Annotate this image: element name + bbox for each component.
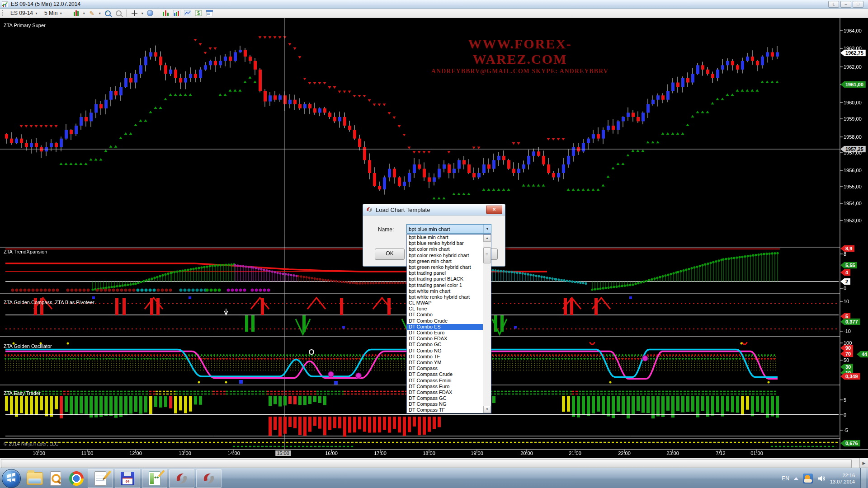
template-list-item[interactable]: DT Combo GC: [407, 342, 483, 347]
taskbar-ninjatrader-1[interactable]: [169, 469, 194, 488]
time-axis-label: 19:00: [471, 450, 483, 456]
drawing-tools-button[interactable]: ✎: [87, 9, 96, 17]
panel-label: ZTA Primary Super: [4, 23, 46, 28]
template-list-item[interactable]: DT Combo ES: [407, 324, 483, 330]
template-list-item[interactable]: DT Compass TF: [407, 407, 483, 413]
crosshair-button[interactable]: [130, 9, 139, 17]
market-analyzer-button[interactable]: [183, 9, 192, 17]
template-list-item[interactable]: bpt color min chart: [407, 246, 483, 252]
template-list-item[interactable]: DT Combo NG: [407, 348, 483, 354]
minimize-button[interactable]: –: [840, 1, 851, 8]
template-list-item[interactable]: bpt green min chart: [407, 258, 483, 264]
template-list: bpt blue min chartbpt blue renko hybrid …: [407, 235, 483, 413]
template-list-item[interactable]: DT Combo: [407, 312, 483, 318]
template-list-item[interactable]: DT Compass Crude: [407, 371, 483, 377]
taskbar-ninjatrader-2[interactable]: [196, 469, 222, 488]
taskbar-save-app[interactable]: -64-: [115, 469, 140, 488]
axis-tick-label: 5: [844, 397, 846, 403]
template-dropdown-list: bpt blue min chartbpt blue renko hybrid …: [406, 234, 491, 413]
hscroll-thumb[interactable]: [1, 459, 852, 468]
horizontal-scrollbar[interactable]: ▶: [0, 458, 868, 468]
zoom-in-button[interactable]: +: [103, 9, 112, 17]
ninjatrader-icon: [202, 471, 216, 486]
template-list-item[interactable]: CL Tone: [407, 306, 483, 312]
ok-button[interactable]: OK: [375, 249, 405, 260]
link-button[interactable]: L: [828, 1, 839, 8]
speaker-icon[interactable]: [817, 475, 826, 482]
globe-icon: [147, 10, 153, 16]
axis-price-tag: 1961,00: [840, 81, 866, 88]
chevron-down-icon[interactable]: ▼: [82, 12, 85, 15]
weather-tray-icon[interactable]: [803, 474, 813, 483]
instrument-selector[interactable]: ES 09-14 ▼: [8, 9, 40, 17]
panel-properties-button[interactable]: [205, 9, 214, 17]
taskbar-script-editor[interactable]: ++: [142, 469, 167, 488]
tray-expand-icon[interactable]: [794, 477, 798, 480]
maximize-button[interactable]: □: [853, 1, 863, 8]
data-series-button[interactable]: [161, 9, 170, 17]
taskbar-explorer[interactable]: [25, 469, 45, 488]
template-list-item[interactable]: bpt white renko hybrid chart: [407, 294, 483, 300]
template-list-item[interactable]: bpt trading panel: [407, 270, 483, 276]
taskbar: -64- ++ EN 22:16: [0, 468, 868, 488]
axis-tick-label: -10: [844, 328, 851, 334]
zoom-out-button[interactable]: [114, 9, 123, 17]
show-desktop-button[interactable]: [860, 468, 866, 488]
script-editor-icon: ++: [149, 471, 160, 486]
close-icon[interactable]: ✕: [486, 206, 502, 214]
snapshot-button[interactable]: [146, 9, 155, 17]
axis-price-tag: 1957,25: [840, 146, 866, 153]
template-list-item[interactable]: bpt green renko hybrid chart: [407, 264, 483, 270]
template-name-combobox[interactable]: bpt blue min chart ▼: [406, 224, 491, 234]
interval-label: 5 Min: [44, 10, 57, 16]
scroll-right-icon[interactable]: ▶: [859, 458, 868, 468]
template-list-item[interactable]: DT Compass FDAX: [407, 389, 483, 395]
list-scrollbar[interactable]: ▲ ▼: [483, 235, 491, 413]
template-list-item[interactable]: DT Compass NG: [407, 401, 483, 407]
template-list-item[interactable]: DT Compass GC: [407, 395, 483, 401]
axis-tick-label: 1962,00: [844, 64, 862, 70]
account-button[interactable]: $: [194, 9, 203, 17]
template-list-item[interactable]: bpt trading panel BLACK: [407, 276, 483, 282]
scrollbar-thumb[interactable]: [483, 247, 491, 263]
start-button[interactable]: [2, 469, 21, 488]
template-list-item[interactable]: bpt blue min chart: [407, 235, 483, 240]
template-list-item[interactable]: bpt white min chart: [407, 288, 483, 294]
bars-icon: [162, 10, 170, 16]
toolbar-separator: [68, 9, 68, 17]
chart-style-button[interactable]: [71, 9, 80, 17]
zoom-out-icon: [116, 10, 122, 16]
scroll-down-icon[interactable]: ▼: [483, 406, 491, 413]
template-list-item[interactable]: CL MWAP: [407, 300, 483, 306]
time-axis-label: 13:00: [179, 450, 191, 456]
clock[interactable]: 22:16 13.07.2014: [830, 472, 855, 485]
combobox-arrow-icon[interactable]: ▼: [483, 225, 491, 233]
template-list-item[interactable]: bpt blue renko hybrid bar: [407, 240, 483, 246]
taskbar-chrome[interactable]: [66, 469, 86, 488]
chart-window: ES 09-14 (5 Min) 12.07.2014 L – □ ES 09-…: [0, 0, 868, 488]
dialog-title: Load Chart Template: [376, 206, 430, 213]
template-list-item[interactable]: DT Combo Crude: [407, 318, 483, 324]
scroll-up-icon[interactable]: ▲: [483, 235, 491, 242]
template-list-item[interactable]: DT Combo FDAX: [407, 336, 483, 342]
indicators-button[interactable]: [172, 9, 181, 17]
template-list-item[interactable]: DT Compass Euro: [407, 384, 483, 389]
template-list-item[interactable]: DT Combo TF: [407, 354, 483, 360]
template-list-item[interactable]: bpt color renko hybrid chart: [407, 253, 483, 258]
time-axis-label: 21:00: [569, 450, 581, 456]
time-axis-label: 16:00: [325, 450, 338, 456]
taskbar-search[interactable]: [46, 469, 66, 488]
toolbar-separator: [158, 9, 158, 17]
template-list-item[interactable]: bpt trading panel color 1: [407, 282, 483, 288]
template-list-item[interactable]: DT Combo YM: [407, 360, 483, 366]
axis-tick-label: 10: [844, 299, 849, 304]
taskbar-notepad[interactable]: [88, 469, 113, 488]
interval-selector[interactable]: 5 Min ▼: [42, 9, 65, 17]
name-label: Name:: [378, 226, 394, 233]
language-indicator[interactable]: EN: [782, 475, 789, 482]
chevron-down-icon[interactable]: ▼: [141, 12, 144, 15]
template-list-item[interactable]: DT Combo Euro: [407, 330, 483, 336]
template-list-item[interactable]: DT Compass Emini: [407, 378, 483, 384]
template-list-item[interactable]: DT Compass: [407, 366, 483, 371]
chevron-down-icon[interactable]: ▼: [98, 12, 101, 15]
